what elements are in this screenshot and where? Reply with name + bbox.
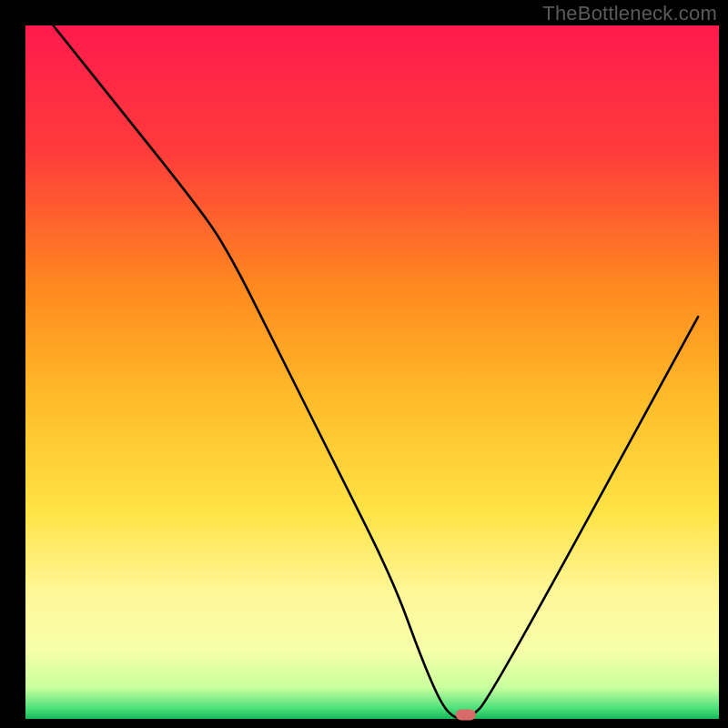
optimal-marker (456, 709, 476, 720)
plot-background (25, 25, 719, 719)
bottleneck-chart: TheBottleneck.com (0, 0, 728, 728)
chart-svg (0, 0, 728, 728)
watermark-label: TheBottleneck.com (542, 2, 717, 25)
